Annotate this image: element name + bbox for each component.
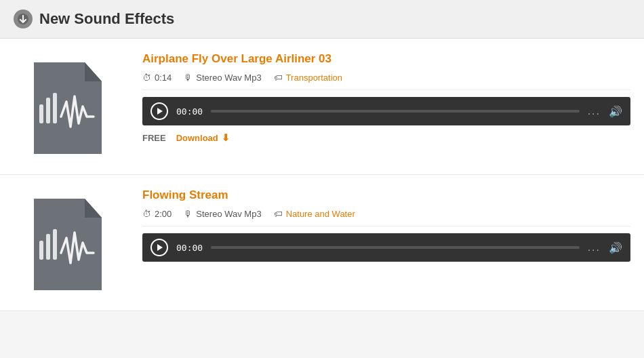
time-display: 00:00 xyxy=(176,106,203,117)
format-value: Stereo Wav Mp3 xyxy=(196,73,261,83)
svg-rect-6 xyxy=(53,229,57,260)
sound-title[interactable]: Airplane Fly Over Large Airliner 03 xyxy=(142,52,630,66)
tag-icon: 🏷 xyxy=(274,73,283,83)
volume-button[interactable]: 🔊 xyxy=(609,105,622,118)
download-icon: ⬇ xyxy=(222,132,230,143)
player-options[interactable]: ... xyxy=(588,105,601,117)
tag-link[interactable]: Transportation xyxy=(286,73,342,83)
clock-icon: ⏱ xyxy=(142,73,151,83)
player-options[interactable]: ... xyxy=(588,241,601,254)
svg-rect-3 xyxy=(53,93,57,123)
price-badge: FREE xyxy=(142,133,166,143)
mic-icon: 🎙 xyxy=(184,73,193,83)
duration-meta: ⏱ 2:00 xyxy=(142,209,172,219)
audio-player: 00:00 ... 🔊 xyxy=(142,233,630,262)
tag-icon: 🏷 xyxy=(274,209,283,219)
svg-rect-5 xyxy=(46,234,50,260)
sound-content: Flowing Stream ⏱ 2:00 🎙 Stereo Wav Mp3 🏷… xyxy=(142,188,630,262)
sound-content: Airplane Fly Over Large Airliner 03 ⏱ 0:… xyxy=(142,52,630,143)
play-button[interactable] xyxy=(150,102,168,120)
sound-thumbnail xyxy=(14,52,122,161)
progress-bar[interactable] xyxy=(211,110,580,113)
sound-meta: ⏱ 0:14 🎙 Stereo Wav Mp3 🏷 Transportation xyxy=(142,73,630,90)
duration-value: 0:14 xyxy=(155,73,172,83)
download-link[interactable]: Download ⬇ xyxy=(176,132,230,143)
time-display: 00:00 xyxy=(176,243,203,253)
sound-item: Flowing Stream ⏱ 2:00 🎙 Stereo Wav Mp3 🏷… xyxy=(0,175,644,311)
sound-thumbnail xyxy=(14,188,122,297)
mic-icon: 🎙 xyxy=(184,209,193,219)
volume-button[interactable]: 🔊 xyxy=(609,241,622,254)
duration-value: 2:00 xyxy=(155,209,172,219)
duration-meta: ⏱ 0:14 xyxy=(142,73,172,83)
svg-rect-1 xyxy=(39,104,43,123)
header-icon xyxy=(14,9,33,28)
download-label: Download xyxy=(176,133,218,143)
tag-link[interactable]: Nature and Water xyxy=(286,209,355,219)
sound-footer: FREE Download ⬇ xyxy=(142,132,630,143)
sound-item: Airplane Fly Over Large Airliner 03 ⏱ 0:… xyxy=(0,39,644,175)
svg-rect-4 xyxy=(39,241,43,260)
sound-title[interactable]: Flowing Stream xyxy=(142,188,630,202)
tag-meta: 🏷 Nature and Water xyxy=(274,209,355,219)
page-title: New Sound Effects xyxy=(39,10,174,28)
format-value: Stereo Wav Mp3 xyxy=(196,209,261,219)
svg-rect-2 xyxy=(46,98,50,123)
audio-player: 00:00 ... 🔊 xyxy=(142,97,630,125)
play-button[interactable] xyxy=(150,239,168,256)
tag-meta: 🏷 Transportation xyxy=(274,73,342,83)
format-meta: 🎙 Stereo Wav Mp3 xyxy=(184,73,261,83)
format-meta: 🎙 Stereo Wav Mp3 xyxy=(184,209,261,219)
clock-icon: ⏱ xyxy=(142,209,151,219)
page-header: New Sound Effects xyxy=(0,0,644,39)
progress-bar[interactable] xyxy=(211,246,580,249)
sound-list: Airplane Fly Over Large Airliner 03 ⏱ 0:… xyxy=(0,39,644,311)
sound-meta: ⏱ 2:00 🎙 Stereo Wav Mp3 🏷 Nature and Wat… xyxy=(142,209,630,226)
